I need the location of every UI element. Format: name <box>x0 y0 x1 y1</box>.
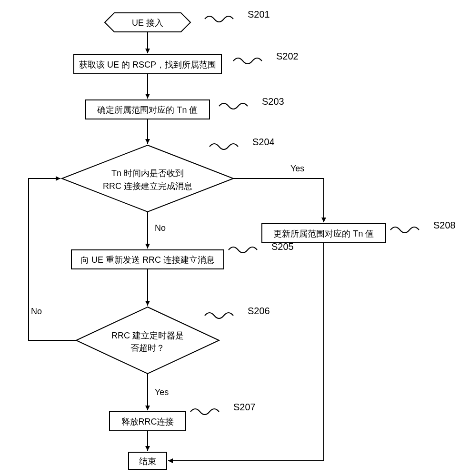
edge-s206-s204-loop <box>29 178 76 340</box>
node-s207: 释放RRC连接 <box>110 412 186 431</box>
node-s201: UE 接入 <box>105 13 190 32</box>
edge-yes2-label: Yes <box>155 387 169 397</box>
node-s205: 向 UE 重新发送 RRC 连接建立消息 <box>71 250 224 269</box>
s205-text: 向 UE 重新发送 RRC 连接建立消息 <box>80 255 215 265</box>
s204-label: S204 <box>252 137 275 147</box>
squiggle-s202 <box>233 58 262 64</box>
squiggle-s208 <box>390 227 419 233</box>
s204-line1: Tn 时间内是否收到 <box>111 169 184 178</box>
squiggle-s204 <box>210 144 238 149</box>
s201-label: S201 <box>248 9 270 20</box>
edge-no2-label: No <box>31 307 42 316</box>
edge-no1-label: No <box>155 223 166 233</box>
s208-label: S208 <box>433 220 456 230</box>
s203-text: 确定所属范围对应的 Tn 值 <box>97 105 198 115</box>
squiggle-s201 <box>205 16 233 22</box>
edge-s204-s208 <box>233 178 324 222</box>
flowchart-diagram: UE 接入 S201 获取该 UE 的 RSCP，找到所属范围 S202 确定所… <box>0 0 459 476</box>
s203-label: S203 <box>262 96 284 107</box>
squiggle-s207 <box>190 409 219 415</box>
s207-label: S207 <box>233 402 256 412</box>
s201-text: UE 接入 <box>132 18 163 28</box>
s206-label: S206 <box>248 306 270 316</box>
squiggle-s205 <box>229 247 257 253</box>
edge-yes1-label: Yes <box>290 164 304 173</box>
s207-text: 释放RRC连接 <box>121 417 174 426</box>
s206-line1: RRC 建立定时器是 <box>111 331 184 340</box>
node-s202: 获取该 UE 的 RSCP，找到所属范围 <box>74 55 221 74</box>
s202-label: S202 <box>276 51 299 61</box>
node-end: 结束 <box>129 452 167 469</box>
svg-marker-3 <box>62 145 233 212</box>
s206-line2: 否超时？ <box>130 343 165 353</box>
s204-line2: RRC 连接建立完成消息 <box>103 181 192 191</box>
svg-marker-6 <box>76 307 219 374</box>
node-s206: RRC 建立定时器是 否超时？ <box>76 307 219 374</box>
node-s204: Tn 时间内是否收到 RRC 连接建立完成消息 <box>62 145 233 212</box>
node-s203: 确定所属范围对应的 Tn 值 <box>86 100 210 119</box>
s208-text: 更新所属范围对应的 Tn 值 <box>273 229 374 238</box>
node-s208: 更新所属范围对应的 Tn 值 <box>262 224 386 243</box>
squiggle-s203 <box>219 103 248 109</box>
squiggle-s206 <box>205 313 233 318</box>
s202-text: 获取该 UE 的 RSCP，找到所属范围 <box>79 60 216 69</box>
end-text: 结束 <box>139 456 156 466</box>
s205-label: S205 <box>271 241 294 252</box>
